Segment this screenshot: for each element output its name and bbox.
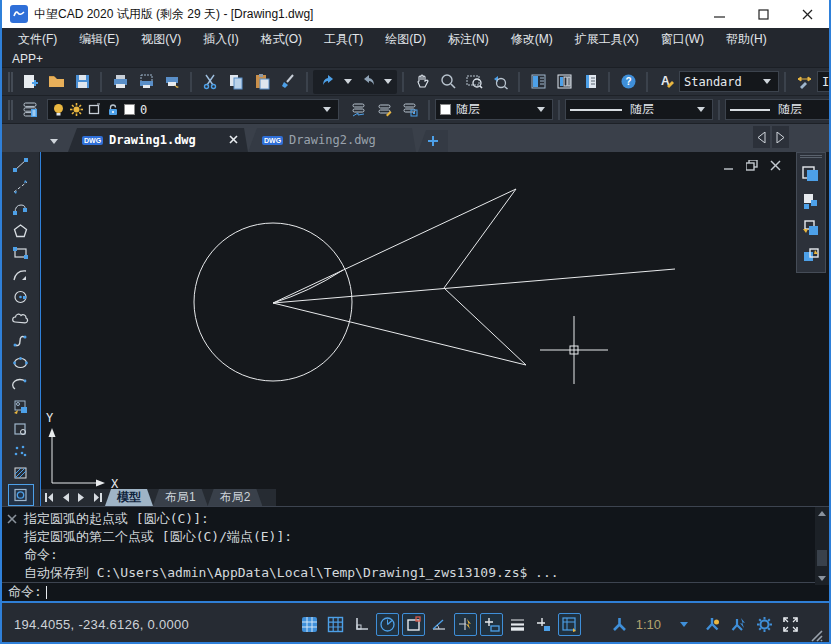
auto-annotation-scale-icon[interactable] — [727, 613, 750, 636]
minimize-button[interactable] — [697, 0, 741, 28]
undo-icon[interactable] — [315, 70, 341, 94]
redo-icon[interactable] — [355, 70, 381, 94]
layer-freeze-sun-icon[interactable] — [70, 103, 83, 116]
arc-icon[interactable] — [8, 264, 34, 286]
make-layer-current-icon[interactable] — [371, 98, 397, 122]
menu-express-tools[interactable]: 扩展工具(X) — [565, 29, 649, 50]
menu-modify[interactable]: 修改(M) — [501, 29, 563, 50]
save-icon[interactable] — [69, 70, 95, 94]
spline-icon[interactable] — [8, 330, 34, 352]
doc-restore-icon[interactable] — [746, 160, 758, 171]
doc-close-icon[interactable] — [770, 160, 781, 171]
undo-dropdown-icon[interactable] — [344, 79, 352, 84]
design-center-icon[interactable] — [551, 70, 577, 94]
dim-style-select[interactable]: ISO-25 — [817, 71, 829, 92]
make-block-icon[interactable] — [8, 418, 34, 440]
ellipse-icon[interactable] — [8, 352, 34, 374]
ellipse-arc-icon[interactable] — [8, 374, 34, 396]
bring-above-objects-icon[interactable] — [799, 217, 823, 241]
point-icon[interactable] — [8, 440, 34, 462]
close-button[interactable] — [785, 0, 829, 28]
paste-icon[interactable] — [249, 70, 275, 94]
dynamic-input-toggle[interactable] — [480, 613, 503, 636]
menu-dimension[interactable]: 标注(N) — [438, 29, 499, 50]
object-snap-toggle[interactable] — [402, 613, 425, 636]
polyline-icon[interactable] — [8, 198, 34, 220]
region-icon[interactable] — [8, 484, 34, 506]
layer-previous-icon[interactable] — [345, 98, 371, 122]
doc-minimize-icon[interactable] — [724, 161, 734, 171]
snap-mode-toggle[interactable] — [298, 613, 321, 636]
rectangle-icon[interactable] — [8, 242, 34, 264]
insert-block-icon[interactable] — [8, 396, 34, 418]
tab-scroll-left-icon[interactable] — [753, 126, 770, 148]
construction-line-icon[interactable] — [8, 176, 34, 198]
tab-model[interactable]: 模型 — [105, 489, 153, 506]
menu-file[interactable]: 文件(F) — [8, 29, 67, 50]
resize-grip[interactable] — [809, 628, 823, 644]
menu-tools[interactable]: 工具(T) — [314, 29, 373, 50]
toolbar-grip[interactable] — [8, 72, 13, 92]
menu-edit[interactable]: 编辑(E) — [69, 29, 129, 50]
hatch-icon[interactable] — [8, 462, 34, 484]
drawing-canvas[interactable]: Y X 模型 布局1 布局2 — [40, 152, 793, 506]
revision-cloud-icon[interactable] — [8, 308, 34, 330]
zoom-previous-icon[interactable] — [487, 70, 513, 94]
zoom-window-icon[interactable] — [461, 70, 487, 94]
dynamic-ucs-toggle[interactable] — [532, 613, 555, 636]
linetype-select[interactable]: 随层 — [565, 99, 713, 120]
layout-last-icon[interactable] — [89, 489, 105, 506]
menu-window[interactable]: 窗口(W) — [651, 29, 714, 50]
redo-dropdown-icon[interactable] — [384, 79, 392, 84]
fullscreen-icon[interactable] — [779, 613, 802, 636]
layer-unlock-icon[interactable] — [106, 103, 119, 116]
grid-display-toggle[interactable] — [324, 613, 347, 636]
scroll-down-icon[interactable] — [818, 576, 826, 581]
toolbar-grip[interactable] — [8, 100, 13, 120]
print-preview-icon[interactable] — [133, 70, 159, 94]
command-close-icon[interactable] — [7, 512, 17, 527]
scroll-thumb[interactable] — [817, 550, 827, 566]
tab-list-dropdown-icon[interactable] — [44, 132, 64, 150]
line-icon[interactable] — [8, 154, 34, 176]
polar-tracking-toggle[interactable] — [376, 613, 399, 636]
layer-select[interactable]: 0 — [47, 99, 339, 120]
layer-states-icon[interactable] — [397, 98, 423, 122]
properties-palette-icon[interactable] — [525, 70, 551, 94]
menu-draw[interactable]: 绘图(D) — [375, 29, 436, 50]
circle-icon[interactable] — [8, 286, 34, 308]
tab-drawing2[interactable]: DWG Drawing2.dwg — [248, 128, 416, 152]
open-folder-icon[interactable] — [43, 70, 69, 94]
tab-scroll-right-icon[interactable] — [772, 126, 789, 148]
bring-to-front-icon[interactable] — [799, 163, 823, 187]
menu-app-plus[interactable]: APP+ — [12, 50, 53, 68]
menu-insert[interactable]: 插入(I) — [193, 29, 248, 50]
command-scrollbar[interactable] — [815, 507, 829, 585]
help-icon[interactable]: ? — [615, 70, 641, 94]
menu-view[interactable]: 视图(V) — [131, 29, 191, 50]
annotation-scale-icon[interactable] — [608, 613, 631, 636]
layer-on-bulb-icon[interactable] — [52, 103, 65, 116]
lineweight-select[interactable]: 随层 — [725, 99, 829, 120]
maximize-button[interactable] — [741, 0, 785, 28]
settings-gear-icon[interactable] — [753, 613, 776, 636]
zoom-realtime-icon[interactable] — [435, 70, 461, 94]
send-to-back-icon[interactable] — [799, 190, 823, 214]
angle-snap-toggle[interactable] — [428, 613, 451, 636]
color-select[interactable]: 随层 — [435, 99, 553, 120]
layout-next-icon[interactable] — [73, 489, 89, 506]
ortho-mode-toggle[interactable] — [350, 613, 373, 636]
tab-layout1[interactable]: 布局1 — [153, 489, 208, 506]
tool-palettes-icon[interactable] — [577, 70, 603, 94]
scroll-up-icon[interactable] — [818, 511, 826, 516]
copy-icon[interactable] — [223, 70, 249, 94]
command-input[interactable]: 命令: — [2, 582, 829, 601]
toolbar-grip[interactable] — [800, 155, 822, 158]
dim-style-icon[interactable] — [791, 70, 817, 94]
polygon-icon[interactable] — [8, 220, 34, 242]
cut-icon[interactable] — [197, 70, 223, 94]
new-tab-button[interactable] — [418, 130, 448, 152]
send-under-objects-icon[interactable] — [799, 244, 823, 268]
layer-manager-icon[interactable] — [17, 98, 43, 122]
tab-drawing1[interactable]: DWG Drawing1.dwg — [68, 128, 248, 152]
